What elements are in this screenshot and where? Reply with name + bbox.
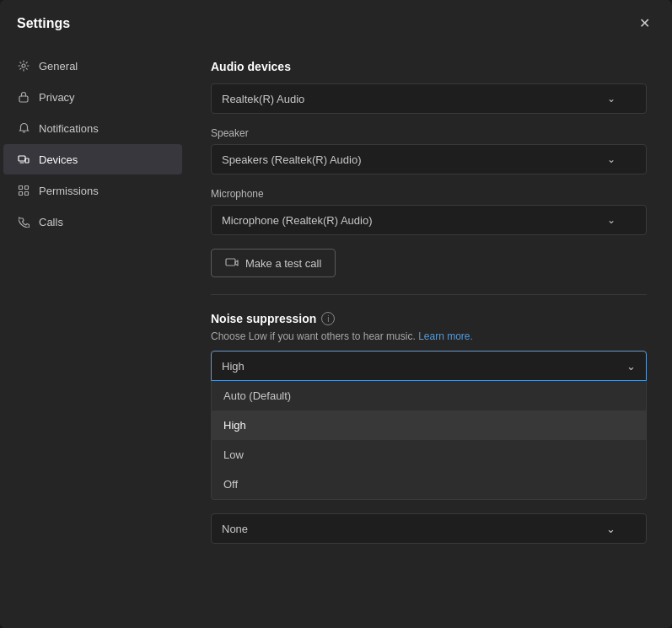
permissions-icon bbox=[17, 184, 30, 197]
noise-selected-value: High bbox=[222, 360, 245, 373]
modal-header: Settings ✕ bbox=[0, 0, 672, 43]
settings-modal: Settings ✕ General bbox=[0, 0, 672, 628]
modal-title: Settings bbox=[17, 16, 70, 31]
sidebar: General Privacy bbox=[0, 43, 185, 628]
speaker-label: Speaker bbox=[211, 127, 647, 139]
test-call-button[interactable]: Make a test call bbox=[211, 249, 336, 277]
second-dropdown-chevron: ⌄ bbox=[606, 523, 616, 535]
noise-description: Choose Low if you want others to hear mu… bbox=[211, 330, 647, 342]
microphone-select[interactable]: Microphone (Realtek(R) Audio) ⌄ bbox=[211, 205, 647, 235]
audio-device-value: Realtek(R) Audio bbox=[222, 93, 304, 105]
phone-icon bbox=[17, 215, 30, 228]
sidebar-calls-label: Calls bbox=[39, 216, 63, 228]
audio-device-wrapper: Realtek(R) Audio ⌄ bbox=[211, 83, 647, 114]
info-icon[interactable]: i bbox=[321, 312, 335, 325]
main-content: Audio devices Realtek(R) Audio ⌄ Speaker… bbox=[185, 43, 672, 628]
svg-rect-5 bbox=[25, 186, 29, 190]
speaker-chevron: ⌄ bbox=[607, 153, 616, 165]
svg-point-0 bbox=[22, 64, 25, 67]
speaker-wrapper: Speaker Speakers (Realtek(R) Audio) ⌄ bbox=[211, 127, 647, 174]
devices-icon bbox=[17, 153, 30, 166]
sidebar-item-calls[interactable]: Calls bbox=[3, 207, 182, 237]
microphone-value: Microphone (Realtek(R) Audio) bbox=[222, 214, 372, 227]
noise-option-off-label: Off bbox=[223, 478, 238, 491]
sidebar-item-general[interactable]: General bbox=[3, 51, 182, 81]
second-dropdown-wrapper: None ⌄ bbox=[211, 513, 647, 544]
noise-option-off[interactable]: Off bbox=[212, 470, 646, 499]
audio-device-chevron: ⌄ bbox=[607, 93, 616, 105]
sidebar-item-devices[interactable]: Devices bbox=[3, 144, 182, 174]
sidebar-general-label: General bbox=[39, 60, 78, 72]
test-call-label: Make a test call bbox=[245, 257, 321, 270]
sidebar-item-privacy[interactable]: Privacy bbox=[3, 82, 182, 112]
microphone-chevron: ⌄ bbox=[607, 214, 616, 226]
sidebar-item-notifications[interactable]: Notifications bbox=[3, 113, 182, 143]
noise-desc-text: Choose Low if you want others to hear mu… bbox=[211, 330, 416, 342]
noise-dropdown-container: High ⌄ Auto (Default) High Low Off bbox=[211, 351, 647, 500]
gear-icon bbox=[17, 59, 30, 72]
microphone-wrapper: Microphone Microphone (Realtek(R) Audio)… bbox=[211, 188, 647, 235]
noise-option-low[interactable]: Low bbox=[212, 440, 646, 470]
noise-option-auto-label: Auto (Default) bbox=[223, 389, 291, 402]
noise-option-high[interactable]: High bbox=[212, 411, 646, 440]
svg-rect-2 bbox=[19, 156, 25, 161]
svg-rect-1 bbox=[19, 96, 28, 102]
sidebar-item-permissions[interactable]: Permissions bbox=[3, 175, 182, 206]
audio-device-select[interactable]: Realtek(R) Audio ⌄ bbox=[211, 83, 647, 114]
svg-rect-8 bbox=[226, 259, 235, 266]
speaker-value: Speakers (Realtek(R) Audio) bbox=[222, 153, 361, 166]
svg-rect-6 bbox=[19, 192, 23, 196]
noise-option-high-label: High bbox=[223, 419, 246, 432]
bell-icon bbox=[17, 121, 30, 135]
svg-rect-7 bbox=[25, 192, 29, 196]
noise-dropdown-selected[interactable]: High ⌄ bbox=[211, 351, 647, 381]
sidebar-privacy-label: Privacy bbox=[39, 91, 75, 104]
svg-rect-4 bbox=[19, 186, 23, 190]
learn-more-link[interactable]: Learn more. bbox=[418, 330, 473, 342]
close-button[interactable]: ✕ bbox=[634, 12, 655, 35]
microphone-label: Microphone bbox=[211, 188, 647, 200]
lock-icon bbox=[17, 90, 30, 104]
svg-rect-3 bbox=[25, 158, 29, 163]
speaker-select[interactable]: Speakers (Realtek(R) Audio) ⌄ bbox=[211, 144, 647, 174]
audio-section-title: Audio devices bbox=[211, 60, 647, 73]
noise-section-title-row: Noise suppression i bbox=[211, 312, 647, 325]
modal-body: General Privacy bbox=[0, 43, 672, 628]
noise-dropdown-menu: Auto (Default) High Low Off bbox=[211, 381, 647, 500]
sidebar-notifications-label: Notifications bbox=[39, 122, 99, 135]
second-dropdown[interactable]: None ⌄ bbox=[211, 513, 647, 544]
sidebar-permissions-label: Permissions bbox=[39, 185, 99, 197]
noise-suppression-title: Noise suppression bbox=[211, 312, 316, 325]
test-call-icon bbox=[225, 256, 239, 270]
noise-option-low-label: Low bbox=[223, 448, 244, 461]
noise-chevron: ⌄ bbox=[626, 360, 636, 373]
second-dropdown-value: None bbox=[222, 523, 248, 535]
section-divider bbox=[211, 294, 647, 295]
sidebar-devices-label: Devices bbox=[39, 153, 78, 166]
noise-option-auto[interactable]: Auto (Default) bbox=[212, 381, 646, 411]
